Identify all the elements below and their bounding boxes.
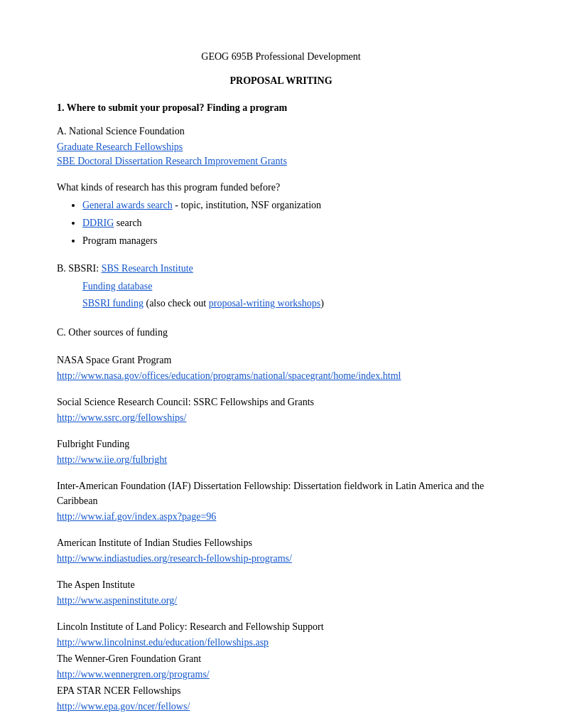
bullet-program-managers: Program managers [82, 233, 505, 248]
general-awards-link[interactable]: General awards search [82, 200, 173, 210]
iaf-link-container: http://www.iaf.gov/index.aspx?page=96 [57, 511, 505, 523]
main-title: PROPOSAL WRITING [57, 75, 505, 87]
partB-links: Funding database SBSRI funding (also che… [82, 279, 505, 312]
partC-label: C. Other sources of funding [57, 325, 505, 340]
epa-title: EPA STAR NCER Fellowships [57, 683, 505, 698]
aspen-link-container: http://www.aspeninstitute.org/ [57, 595, 505, 606]
ddrig-link[interactable]: DDRIG [82, 218, 114, 228]
partC-label-text: C. Other sources of funding [57, 327, 168, 338]
funding-database-link[interactable]: Funding database [82, 281, 152, 291]
partB-sbsri-funding: SBSRI funding (also check out proposal-w… [82, 296, 505, 311]
india-studies-title: American Institute of Indian Studies Fel… [57, 535, 505, 550]
partB-funding-db: Funding database [82, 279, 505, 294]
iaf-title: Inter-American Foundation (IAF) Disserta… [57, 478, 505, 508]
lincoln-link[interactable]: http://www.lincolninst.edu/education/fel… [57, 637, 269, 648]
wenner-title: The Wenner-Gren Foundation Grant [57, 651, 505, 666]
lincoln-link-container: http://www.lincolninst.edu/education/fel… [57, 637, 505, 648]
partA-question-text: What kinds of research has this program … [57, 182, 280, 193]
partA-link2: SBE Doctoral Dissertation Research Impro… [57, 156, 505, 167]
ssrc-link[interactable]: http://www.ssrc.org/fellowships/ [57, 412, 186, 423]
proposal-writing-workshops-link[interactable]: proposal-writing workshops [209, 298, 321, 309]
section1-heading: 1. Where to submit your proposal? Findin… [57, 102, 505, 114]
aspen-link[interactable]: http://www.aspeninstitute.org/ [57, 595, 177, 606]
course-title-text: GEOG 695B Professional Development [201, 51, 360, 62]
india-studies-link-container: http://www.indiastudies.org/research-fel… [57, 553, 505, 564]
partA-label-text: A. National Science Foundation [57, 126, 185, 136]
fulbright-link-container: http://www.iie.org/fulbright [57, 454, 505, 466]
fulbright-link[interactable]: http://www.iie.org/fulbright [57, 454, 167, 465]
ssrc-link-container: http://www.ssrc.org/fellowships/ [57, 412, 505, 424]
wenner-link-container: http://www.wennergren.org/programs/ [57, 669, 505, 680]
aspen-title: The Aspen Institute [57, 577, 505, 592]
bullet-ddrig: DDRIG search [82, 215, 505, 230]
nasa-link[interactable]: http://www.nasa.gov/offices/education/pr… [57, 370, 401, 381]
nasa-title: NASA Space Grant Program [57, 353, 505, 368]
partB-label: B. SBSRI: SBS Research Institute [57, 261, 505, 276]
page: GEOG 695B Professional Development PROPO… [0, 0, 562, 728]
ssrc-title: Social Science Research Council: SSRC Fe… [57, 395, 505, 410]
course-title: GEOG 695B Professional Development [57, 51, 505, 63]
wenner-link[interactable]: http://www.wennergren.org/programs/ [57, 669, 210, 680]
graduate-fellowships-link[interactable]: Graduate Research Fellowships [57, 141, 183, 152]
epa-link-container: http://www.epa.gov/ncer/fellows/ [57, 701, 505, 712]
india-studies-link[interactable]: http://www.indiastudies.org/research-fel… [57, 553, 292, 564]
partA-question: What kinds of research has this program … [57, 180, 505, 195]
lincoln-title: Lincoln Institute of Land Policy: Resear… [57, 619, 505, 634]
sbs-research-link[interactable]: SBS Research Institute [102, 263, 193, 274]
partA-label: A. National Science Foundation [57, 124, 505, 139]
section1-heading-text: 1. Where to submit your proposal? Findin… [57, 102, 287, 113]
iaf-link[interactable]: http://www.iaf.gov/index.aspx?page=96 [57, 511, 216, 522]
sbsri-funding-link[interactable]: SBSRI funding [82, 298, 144, 309]
fulbright-title: Fulbright Funding [57, 437, 505, 451]
partA-bullets: General awards search - topic, instituti… [82, 198, 505, 248]
bullet-awards: General awards search - topic, instituti… [82, 198, 505, 213]
partA-link1: Graduate Research Fellowships [57, 141, 505, 153]
sbe-doctoral-link[interactable]: SBE Doctoral Dissertation Research Impro… [57, 156, 287, 166]
nasa-link-container: http://www.nasa.gov/offices/education/pr… [57, 370, 505, 382]
epa-link[interactable]: http://www.epa.gov/ncer/fellows/ [57, 701, 190, 712]
main-title-text: PROPOSAL WRITING [229, 75, 332, 86]
